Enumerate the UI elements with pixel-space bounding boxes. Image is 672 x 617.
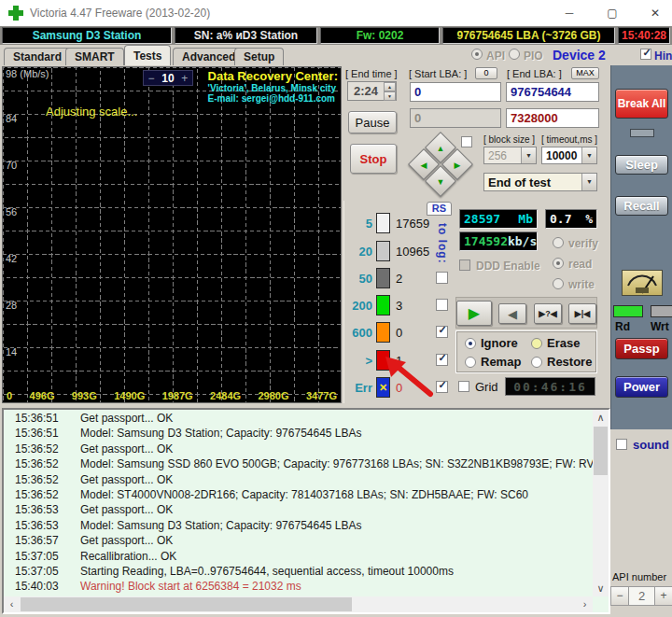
check-icon: ✓ <box>437 352 448 364</box>
start-test-button[interactable]: ▶ <box>456 301 492 326</box>
log-time: 15:36:52 <box>15 457 65 470</box>
timeout-select[interactable]: 10000▼ <box>541 147 597 164</box>
sound-label: sound <box>633 438 669 452</box>
mb-lcd: 28597Mb <box>459 209 538 229</box>
rewind-button[interactable]: ◀ <box>498 303 526 324</box>
end-of-test-select[interactable]: End of test▼ <box>483 173 597 191</box>
api-minus-button[interactable]: − <box>610 586 629 606</box>
speed-value: 174592 <box>464 234 508 248</box>
passp-button[interactable]: Passp <box>615 338 668 359</box>
power-button[interactable]: Power <box>615 376 668 398</box>
log-slow-checkbox[interactable]: ✓ <box>436 354 448 366</box>
sound-checkbox[interactable] <box>616 439 627 450</box>
drive-firmware: Fw: 0202 <box>320 27 440 44</box>
log-rows: 15:36:51Get passport... OK 15:36:51Model… <box>4 412 593 596</box>
speed-graph: 98 (Mb/s) 84 70 56 42 28 14 0496G993G149… <box>2 66 342 403</box>
error-x-icon: ✕ <box>379 382 387 393</box>
remaining-lba-field: 7328000 <box>506 108 599 128</box>
seek-question-button[interactable]: ▶?◀ <box>534 303 562 324</box>
log-text: Model: Samsung D3 Station; Capacity: 976… <box>80 427 362 440</box>
title-bar: Victoria 4.47 Freeware (2013-02-20) ─ ▢ … <box>0 0 672 26</box>
scale-plus-button[interactable]: + <box>177 72 192 85</box>
log-200-checkbox[interactable] <box>436 299 448 311</box>
scroll-left-icon[interactable]: ‹ <box>4 596 20 612</box>
spin-up-icon[interactable]: ▲ <box>384 82 396 91</box>
close-button[interactable]: ✕ <box>635 0 672 26</box>
block-size-label: [ block size ] <box>483 134 535 145</box>
block-size-select: 256▼ <box>483 147 537 164</box>
rewind-icon: ◀ <box>508 307 517 321</box>
error-block: ✕ <box>376 377 390 398</box>
api-radio <box>471 49 483 60</box>
tab-standard[interactable]: Standard <box>4 48 71 65</box>
erase-radio[interactable] <box>531 338 542 349</box>
erase-option[interactable]: Erase <box>531 336 580 350</box>
restore-radio[interactable] <box>531 357 542 368</box>
test-controls-panel: [ End time ] 2:24 ▲▼ Pause Stop [ Start … <box>342 65 610 202</box>
log-time: 15:36:52 <box>15 473 65 486</box>
pause-button[interactable]: Pause <box>348 111 397 133</box>
scroll-up-icon[interactable]: ∧ <box>593 410 609 426</box>
minimize-button[interactable]: ─ <box>549 0 590 26</box>
log-600-checkbox[interactable]: ✓ <box>436 326 448 338</box>
x-axis-tick: 0 <box>7 390 12 401</box>
speed-unit: kb/s <box>508 234 537 248</box>
check-icon: ✓ <box>641 47 652 59</box>
log-err-checkbox[interactable]: ✓ <box>436 381 448 393</box>
tab-smart[interactable]: SMART <box>65 48 124 65</box>
elapsed-timer: 00:46:16 <box>505 377 595 396</box>
seek-end-button[interactable]: ▶|◀ <box>568 303 596 324</box>
grid-checkbox[interactable] <box>458 381 469 392</box>
y-axis-tick: 84 <box>6 113 17 124</box>
write-label: write <box>568 278 595 291</box>
remap-radio[interactable] <box>465 357 476 368</box>
x-axis-tick: 496G <box>30 390 55 401</box>
maximize-button[interactable]: ▢ <box>592 0 633 26</box>
log-row: 15:36:52Get passport... OK <box>4 473 593 488</box>
scroll-right-icon[interactable]: › <box>577 596 593 612</box>
start-lba-input[interactable]: 0 <box>410 82 501 102</box>
break-all-button[interactable]: Break All <box>615 89 668 119</box>
dropdown-icon: ▼ <box>581 174 596 190</box>
log-horizontal-scrollbar[interactable]: ‹ › <box>4 596 593 612</box>
y-axis-tick: 42 <box>6 253 17 264</box>
nav-checkbox[interactable] <box>461 136 472 147</box>
speed-block <box>376 213 390 233</box>
ddd-enable-label: DDD Enable <box>476 259 540 273</box>
start-lba-zero-button[interactable]: 0 <box>475 67 497 79</box>
pio-radio <box>509 49 520 60</box>
tab-tests[interactable]: Tests <box>124 45 171 65</box>
ignore-option[interactable]: Ignore <box>465 336 518 350</box>
speed-block <box>376 241 390 261</box>
hints-checkbox[interactable]: ✓ <box>640 49 651 60</box>
speed-row-5: 517659 <box>344 213 457 233</box>
stop-button[interactable]: Stop <box>350 144 397 174</box>
log-vertical-scrollbar[interactable]: ∧ ∨ <box>593 410 609 596</box>
log-50-checkbox[interactable] <box>436 272 448 284</box>
analog-meter <box>622 270 663 296</box>
sleep-button[interactable]: Sleep <box>615 155 668 175</box>
scroll-down-icon[interactable]: ∨ <box>593 581 609 596</box>
end-lba-input[interactable]: 976754644 <box>506 82 599 102</box>
horizontal-scroll-thumb[interactable] <box>21 597 352 611</box>
vertical-scroll-thumb[interactable] <box>594 427 608 475</box>
pio-label: PIO <box>524 49 543 63</box>
remap-option[interactable]: Remap <box>465 355 521 369</box>
log-text: Model: Samsung D3 Station; Capacity: 976… <box>80 519 362 532</box>
log-row: 15:36:53Get passport... OK <box>4 503 593 518</box>
ignore-radio[interactable] <box>465 338 476 349</box>
drive-status-bar: Samsung D3 Station SN: a% иD3 Station Fw… <box>0 26 672 45</box>
scale-minus-button[interactable]: − <box>144 72 159 85</box>
log-time: 15:36:53 <box>15 519 65 532</box>
log-row: 15:36:52Model: ST4000VN008-2DR166; Capac… <box>4 488 593 503</box>
recall-button[interactable]: Recall <box>615 196 668 216</box>
api-plus-button[interactable]: + <box>654 586 672 606</box>
spin-down-icon[interactable]: ▼ <box>384 91 396 101</box>
log-text: Get passport... OK <box>80 412 173 425</box>
restore-option[interactable]: Restore <box>531 355 592 369</box>
max-button[interactable]: MAX <box>571 67 599 79</box>
speed-block <box>376 268 390 288</box>
write-radio <box>553 278 564 289</box>
tab-setup[interactable]: Setup <box>234 48 284 65</box>
verify-radio <box>553 237 564 248</box>
